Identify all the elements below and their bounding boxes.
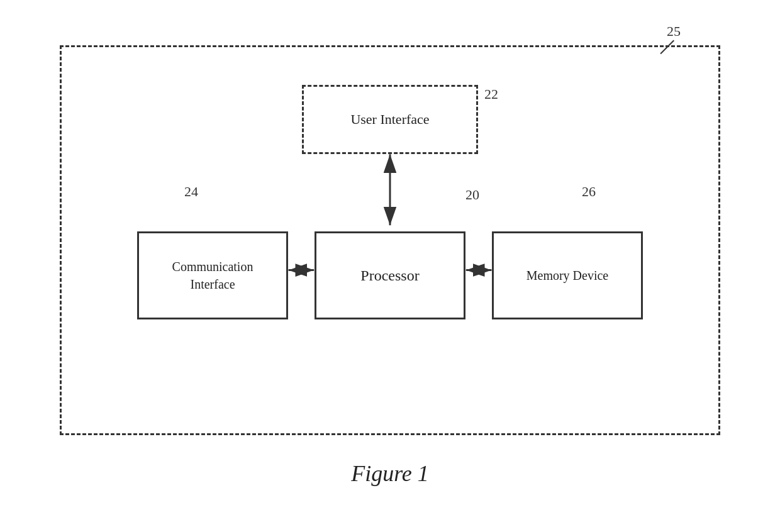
user-interface-label: User Interface [350, 111, 429, 128]
diagram-container: 25 22 20 24 26 User Interface Processor … [44, 27, 736, 505]
processor-label: Processor [360, 267, 419, 284]
label-20: 20 [465, 187, 479, 203]
comm-interface-box: CommunicationInterface [137, 231, 288, 319]
comm-interface-label: CommunicationInterface [172, 258, 254, 293]
label-25: 25 [667, 23, 681, 40]
label-22: 22 [484, 86, 498, 103]
outer-boundary: 25 22 20 24 26 User Interface Processor … [60, 45, 720, 435]
memory-device-label: Memory Device [526, 267, 609, 284]
processor-box: Processor [315, 231, 465, 319]
label-24: 24 [184, 184, 198, 200]
memory-device-box: Memory Device [492, 231, 643, 319]
user-interface-box: User Interface [302, 85, 478, 154]
figure-caption: Figure 1 [351, 460, 429, 487]
label-26: 26 [582, 184, 596, 200]
